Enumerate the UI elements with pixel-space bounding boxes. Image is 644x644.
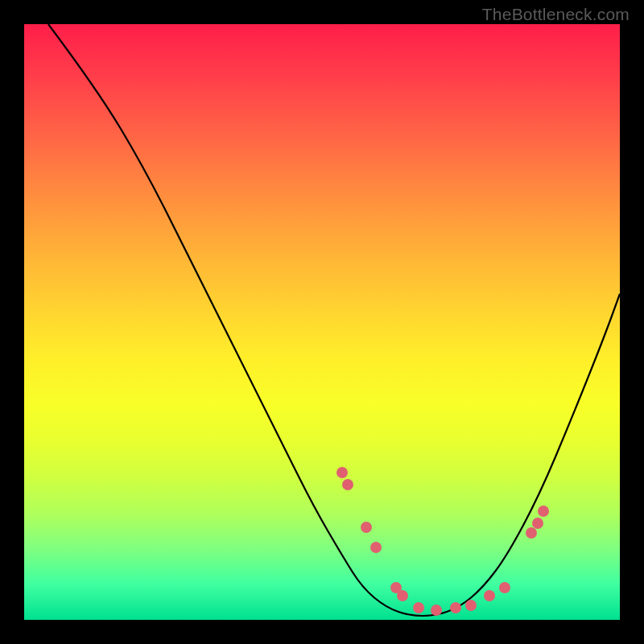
bottleneck-chart [24,24,620,620]
curve-marker [499,582,510,593]
curve-marker [465,600,477,611]
watermark-text: TheBottleneck.com [482,5,630,24]
curve-marker [397,590,408,601]
curve-marker [538,506,549,517]
curve-marker [413,602,424,613]
curve-marker [450,602,461,613]
curve-marker [484,590,495,601]
curve-marker [532,518,543,529]
curve-marker [336,467,348,478]
curve-marker [361,522,372,533]
curve-marker [342,479,353,490]
curve-marker [526,527,537,539]
chart-frame: TheBottleneck.com [0,0,644,644]
curve-marker [370,542,382,553]
curve-marker [431,605,442,616]
